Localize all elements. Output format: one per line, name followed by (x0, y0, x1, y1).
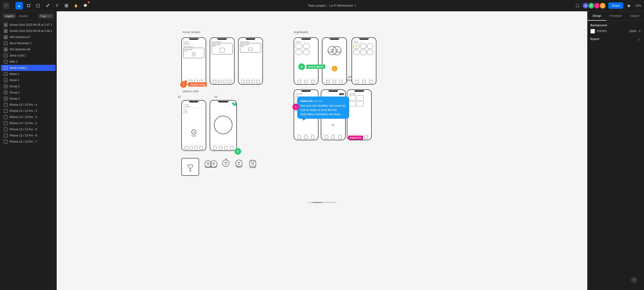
main-layout: Layers Assets Page 1 🖼 Screen Shot 2022-… (0, 11, 644, 290)
add-export-button[interactable]: + (636, 38, 641, 42)
figma-logo[interactable]: F (3, 2, 10, 9)
sidebar-item-iphone6[interactable]: 📱 iPhone 13 / 13 Pro - 6 (1, 126, 56, 132)
sidebar-item-iphone5[interactable]: 📱 iPhone 13 / 13 Pro - 5 (1, 108, 56, 114)
character-sketches (204, 158, 258, 173)
jaclyn-name-badge: Jaclyn Yang (188, 82, 207, 87)
sidebar-item-send-gift[interactable]: ▭ Send a Gift 1 (1, 53, 56, 59)
phone-icon: 📱 (4, 115, 8, 119)
avatar-j[interactable]: J (599, 2, 606, 9)
svg-point-36 (239, 162, 240, 163)
svg-point-38 (252, 162, 252, 163)
sidebar-item-send-note[interactable]: ▭ Send a Note 1 (1, 65, 56, 71)
sidebar-item-gifts[interactable]: ▭ Gifts 1 (1, 59, 56, 65)
visibility-toggle[interactable]: 👁 (638, 30, 641, 33)
svg-point-37 (250, 160, 256, 167)
frame-tool[interactable] (25, 2, 32, 10)
phone-hug-1[interactable]: Feeling ____? (294, 37, 318, 85)
background-opacity-value: 100% (629, 30, 636, 33)
help-button[interactable]: ? (631, 277, 638, 283)
sidebar-item-iphone8[interactable]: 📱 iPhone 13 / 13 Pro - 8 (1, 132, 56, 139)
sidebar-item-group1[interactable]: ⊞ Group 1 (1, 83, 56, 89)
sidebar-item-iphone3[interactable]: 📱 iPhone 13 / 13 Pro - 3 (1, 114, 56, 120)
sidebar-item-443-67[interactable]: 🖼 443 sketches-67 (1, 34, 56, 40)
file-name[interactable]: Lo-Fi Wireframes (329, 4, 356, 7)
hand-tool[interactable]: ✋ (72, 2, 80, 10)
svg-rect-0 (28, 5, 30, 7)
sidebar-item-notes[interactable]: ▭ Notes 1 (1, 71, 56, 77)
jaclyn-cursor: J (180, 81, 187, 88)
svg-point-33 (226, 162, 227, 163)
select-tool[interactable]: ▲ (15, 2, 23, 10)
frame-icon: ▭ (4, 41, 8, 45)
sidebar-item-reminder[interactable]: ▭ Set a Reminder 1 (1, 40, 56, 46)
svg-point-30 (214, 163, 215, 164)
gloria-moon-tooltip: G Gloria Moon (298, 63, 325, 70)
svg-point-26 (207, 163, 208, 164)
phone-icon: 📱 (4, 121, 8, 125)
tab-design[interactable]: Design (588, 11, 606, 21)
ivana-cursor: I (292, 104, 299, 110)
frame-icon: ▭ (4, 60, 8, 64)
zoom-level[interactable]: 21% (636, 4, 641, 7)
tab-prototype[interactable]: Prototype (606, 11, 625, 21)
phone-note-2[interactable]: G (210, 100, 237, 151)
comment-tool[interactable]: 💬 (82, 2, 89, 10)
svg-point-22 (193, 131, 194, 132)
canvas-area[interactable]: home screen hug/hearts send a note #1 #2… (57, 11, 587, 290)
phone-hug-3[interactable]: Feeling ____? 🤗 (352, 37, 376, 85)
tab-inspect[interactable]: Inspect (625, 11, 644, 21)
phone-icon: 📱 (4, 134, 8, 137)
section-label-send-note: send a note (182, 89, 198, 93)
ivana-name-badge: Ivana Lin (348, 136, 363, 140)
image-icon: 🖼 (4, 48, 8, 51)
toolbar-right: 🎧 N G I J Share ▶ 21% (575, 2, 641, 10)
headphone-icon[interactable]: 🎧 (575, 3, 580, 8)
sidebar-item-home[interactable]: ▭ Home 1 (1, 77, 56, 83)
sidebar-item-iphone4[interactable]: 📱 iPhone 13 / 13 Pro - 4 (1, 102, 56, 108)
background-color-swatch[interactable] (590, 29, 595, 34)
section-label-home: home screen (182, 30, 200, 34)
pen-tool[interactable] (44, 2, 51, 10)
comment-text: Not sure how feasible, but would be cute… (300, 104, 346, 116)
phone-home-1[interactable]: my othercontact list Danny Nicole ♥ Send… (181, 37, 206, 85)
breadcrumb: Team project / Lo-Fi Wireframes (91, 4, 573, 7)
right-tab-bar: Design Prototype Inspect (588, 11, 644, 21)
phone-icon: 📱 (4, 140, 8, 144)
sidebar-tab-bar: Layers Assets Page 1 (0, 11, 56, 21)
sidebar-item-iphone2[interactable]: 📱 iPhone 13 / 13 Pro - 2 (1, 120, 56, 126)
toolbar-separator (12, 3, 12, 9)
phone-hug-2[interactable]: J (322, 37, 347, 85)
svg-point-19 (336, 50, 336, 50)
comment-time: just now (314, 100, 322, 102)
share-button[interactable]: Share (608, 2, 623, 9)
card-asset-1[interactable] (181, 158, 199, 176)
phone-home-2[interactable]: Danny Nicole ♥ Send a quicknote! (210, 37, 234, 85)
text-tool[interactable]: T (53, 2, 61, 10)
sidebar-item-group3[interactable]: ⊞ Group 3 (1, 96, 56, 102)
phone-home-3[interactable]: Danny Nicole ♥ Send a quicknote! (238, 37, 263, 85)
svg-point-35 (238, 162, 239, 163)
step-label-1: #1 (178, 95, 181, 99)
comment-bubble[interactable]: Ivana Lin just now Not sure how feasible… (297, 97, 349, 119)
svg-rect-12 (67, 4, 68, 6)
toolbar: F ▲ T ✋ 💬 Team project / (0, 0, 644, 11)
sidebar-item-group2[interactable]: ⊞ Group 2 (1, 89, 56, 96)
sidebar-item-screenshot2[interactable]: 🖼 Screen Shot 2022-09-25 at 2.06 1 (1, 28, 56, 34)
play-button[interactable]: ▶ (626, 2, 633, 10)
svg-point-10 (48, 4, 49, 5)
sidebar-item-iphone7[interactable]: 📱 iPhone 13 / 13 Pro - 7 (1, 139, 56, 145)
canvas-content: home screen hug/hearts send a note #1 #2… (168, 16, 476, 205)
phone-gift-3[interactable]: send a gift ! (347, 89, 372, 140)
right-sidebar: Design Prototype Inspect Background F5F5… (587, 11, 644, 290)
tab-layers[interactable]: Layers (3, 13, 16, 19)
jaclyn-yang-tooltip: J Jaclyn Yang (180, 81, 207, 88)
component-tool[interactable] (63, 2, 70, 10)
phone-note-1[interactable]: ← To: ull To: Yu/uth Tu type...Yu type..… (181, 100, 206, 151)
sidebar-item-screenshot1[interactable]: 🖼 Screen Shot 2022-09-25 at 2.07 1 (1, 22, 56, 28)
tab-assets[interactable]: Assets (17, 13, 30, 19)
sidebar-item-443-68[interactable]: 🖼 443 sketches-68 (1, 46, 56, 53)
background-section-title: Background (590, 24, 641, 27)
svg-point-34 (236, 160, 242, 167)
shape-tool[interactable] (34, 2, 42, 10)
page-selector[interactable]: Page 1 (38, 14, 54, 19)
